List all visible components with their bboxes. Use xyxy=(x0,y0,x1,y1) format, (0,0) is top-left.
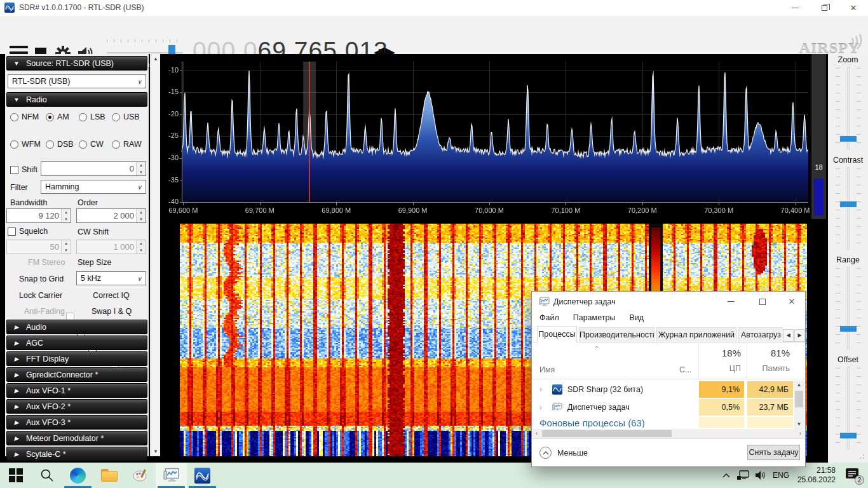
scroll-down-icon[interactable]: ▼ xyxy=(151,447,161,456)
scroll-right-icon[interactable]: › xyxy=(796,429,805,438)
slider-handle[interactable] xyxy=(840,433,857,438)
taskmgr-maximize-button[interactable] xyxy=(748,294,777,309)
start-button[interactable] xyxy=(0,463,31,488)
source-panel-header[interactable]: ▼Source: RTL-SDR (USB) xyxy=(6,56,147,71)
scroll-down-icon[interactable]: ▼ xyxy=(794,420,804,429)
scrollbar-thumb[interactable] xyxy=(542,430,672,437)
menu-file[interactable]: Файл xyxy=(539,312,559,325)
mode-raw[interactable]: RAW xyxy=(112,140,145,149)
search-button[interactable] xyxy=(31,463,62,488)
background-processes-group[interactable]: Фоновые процессы (63) xyxy=(532,416,794,428)
close-button[interactable]: ✕ xyxy=(839,0,868,16)
task-manager-window: Диспетчер задач ✕ Файл Параметры Вид Про… xyxy=(531,291,806,467)
source-select[interactable]: RTL-SDR (USB)∨ xyxy=(8,74,146,88)
scroll-up-icon[interactable]: ▲ xyxy=(794,381,804,390)
mode-dsb[interactable]: DSB xyxy=(46,140,79,149)
fm-stereo-label: FM Stereo xyxy=(28,258,65,267)
taskmgr-horizontal-scrollbar[interactable]: ‹ › xyxy=(532,429,805,438)
expand-chevron-icon[interactable]: › xyxy=(539,385,542,394)
bandwidth-input[interactable]: 9 120▲▼ xyxy=(6,208,71,223)
bandwidth-spinner[interactable]: ▲▼ xyxy=(61,209,71,222)
mode-am[interactable]: AM xyxy=(46,112,79,121)
panel-header-agc[interactable]: ▶AGC xyxy=(6,336,147,350)
mode-usb[interactable]: USB xyxy=(112,112,145,121)
fewer-details-button[interactable]: Меньше xyxy=(539,447,588,459)
scroll-up-icon[interactable]: ▲ xyxy=(151,54,161,64)
panel-header-fft-display[interactable]: ▶FFT Display xyxy=(6,351,147,366)
shift-input[interactable]: 0▲▼ xyxy=(41,161,146,176)
panel-label: Aux VFO-1 * xyxy=(26,386,71,395)
tab-processes[interactable]: Процессы xyxy=(537,326,577,343)
filter-select[interactable]: Hamming∨ xyxy=(41,180,146,194)
squelch-checkbox[interactable]: Squelch xyxy=(8,227,48,236)
column-cpu[interactable]: 18% ЦП xyxy=(698,342,745,379)
tab-scroll-right[interactable]: ▶ xyxy=(794,329,805,342)
process-row-sdrsharp[interactable]: › SDR Sharp (32 бита) 9,1% 42,9 МБ xyxy=(532,381,794,398)
taskmgr-vertical-scrollbar[interactable]: ▲ ▼ xyxy=(794,381,804,429)
tab-app-history[interactable]: Журнал приложений xyxy=(656,327,736,342)
taskbar-edge[interactable] xyxy=(62,463,93,488)
spectrum-canvas[interactable] xyxy=(163,54,828,219)
menu-options[interactable]: Параметры xyxy=(573,312,616,325)
panel-header-meteor-demodulator[interactable]: ▶Meteor Demodulator * xyxy=(6,431,147,445)
taskbar-paint[interactable] xyxy=(125,463,156,488)
panel-header-audio[interactable]: ▶Audio xyxy=(6,320,147,334)
menu-view[interactable]: Вид xyxy=(629,312,644,325)
taskbar-task-manager[interactable] xyxy=(156,463,187,488)
expand-chevron-icon[interactable]: › xyxy=(539,403,542,412)
offset-slider[interactable] xyxy=(834,367,862,449)
panel-header-aux-vfo-1[interactable]: ▶Aux VFO-1 * xyxy=(6,383,147,398)
restore-button[interactable] xyxy=(810,0,839,16)
signal-meter: 18 xyxy=(811,54,826,219)
column-memory[interactable]: 81% Память xyxy=(747,342,794,379)
panel-header-aux-vfo-3[interactable]: ▶Aux VFO-3 * xyxy=(6,415,147,430)
tab-startup[interactable]: Автозагруз xyxy=(738,327,783,342)
shift-spinner[interactable]: ▲▼ xyxy=(136,162,146,175)
mode-wfm[interactable]: WFM xyxy=(10,140,46,149)
slider-handle[interactable] xyxy=(840,201,857,207)
slider-handle[interactable] xyxy=(840,326,857,332)
slider-track[interactable] xyxy=(847,167,850,250)
taskmgr-titlebar[interactable]: Диспетчер задач ✕ xyxy=(532,292,805,312)
slider-handle[interactable] xyxy=(840,136,857,142)
signal-meter-bar xyxy=(814,179,824,215)
order-spinner[interactable]: ▲▼ xyxy=(136,209,146,222)
minimize-button[interactable] xyxy=(780,0,810,16)
taskbar-sdrsharp[interactable] xyxy=(187,463,218,488)
order-input[interactable]: 2 000▲▼ xyxy=(76,208,146,223)
notification-center-button[interactable]: 2 xyxy=(845,468,862,483)
contrast-slider[interactable] xyxy=(834,167,862,250)
language-indicator: ENG xyxy=(773,471,789,480)
mode-cw[interactable]: CW xyxy=(79,140,112,149)
mode-nfm[interactable]: NFM xyxy=(10,112,46,121)
column-status[interactable]: С... xyxy=(679,365,691,374)
shift-checkbox[interactable]: Shift xyxy=(10,165,37,174)
sidebar-scrollbar[interactable]: ▲ ▼ xyxy=(150,54,160,456)
triangle-right-icon: ▶ xyxy=(7,435,26,442)
tab-scroll-left[interactable]: ◀ xyxy=(783,329,794,342)
tab-performance[interactable]: Производительность xyxy=(579,327,654,342)
panel-header-gpredict[interactable]: ▶GpredictConnector * xyxy=(6,367,147,382)
resize-grip[interactable] xyxy=(855,450,865,460)
mode-lsb[interactable]: LSB xyxy=(79,112,112,121)
scroll-left-icon[interactable]: ‹ xyxy=(532,429,541,438)
taskbar-clock[interactable]: 21:58 25.06.2022 xyxy=(791,466,836,485)
taskmgr-minimize-button[interactable] xyxy=(716,294,745,309)
radio-panel-header[interactable]: ▼Radio xyxy=(6,92,147,107)
panel-header-aux-vfo-2[interactable]: ▶Aux VFO-2 * xyxy=(6,399,147,414)
process-row-taskmgr[interactable]: › Диспетчер задач 0,5% 23,7 МБ xyxy=(532,398,794,416)
panel-header-scytale-c[interactable]: ▶Scytale-C * xyxy=(6,447,147,461)
zoom-slider[interactable] xyxy=(834,67,862,149)
step-size-select[interactable]: 5 kHz∨ xyxy=(76,271,146,285)
taskbar-file-explorer[interactable] xyxy=(93,463,125,488)
column-name[interactable]: Имя xyxy=(539,365,555,374)
slider-track[interactable] xyxy=(847,267,850,349)
taskmgr-close-button[interactable]: ✕ xyxy=(777,294,806,309)
squelch-value: 50 xyxy=(7,240,61,254)
paint-palette-icon xyxy=(132,468,149,483)
process-name: Диспетчер задач xyxy=(567,403,630,412)
scrollbar-thumb[interactable] xyxy=(795,391,803,407)
range-slider[interactable] xyxy=(834,267,862,349)
display-controls-rail: Zoom Contrast Range Offset xyxy=(828,54,868,463)
end-task-button[interactable]: Снять задачу xyxy=(747,445,800,460)
